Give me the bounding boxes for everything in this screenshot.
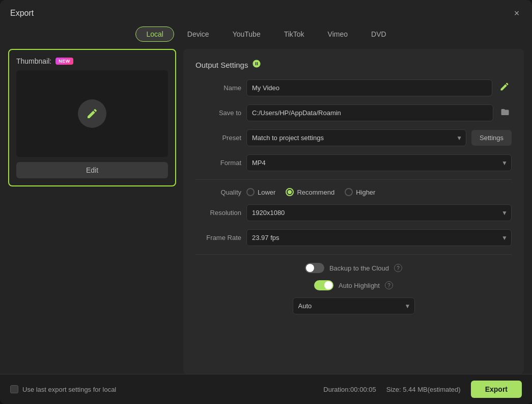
auto-highlight-select-row: Auto ▼ [195, 298, 512, 314]
backup-cloud-label: Backup to the Cloud [329, 264, 389, 272]
recommend-label: Recommend [297, 188, 334, 196]
thumbnail-edit-icon [78, 99, 106, 128]
use-last-settings-label: Use last export settings for local [22, 386, 116, 393]
auto-highlight-toggle[interactable] [314, 280, 333, 290]
save-to-input[interactable] [246, 104, 493, 121]
backup-cloud-help[interactable]: ? [394, 264, 402, 272]
resolution-select[interactable]: 1920x1080 [246, 204, 512, 221]
frame-rate-label: Frame Rate [195, 234, 241, 241]
duration-display: Duration:00:00:05 [323, 386, 376, 393]
tab-bar: Local Device YouTube TikTok Vimeo DVD [0, 23, 532, 49]
name-label: Name [195, 84, 241, 92]
thumbnail-preview [16, 70, 168, 157]
higher-radio-circle [345, 188, 353, 196]
export-dialog: Export × Local Device YouTube TikTok Vim… [0, 0, 532, 404]
title-bar: Export × [0, 0, 532, 23]
output-settings-icon [252, 59, 261, 70]
bottom-bar: Use last export settings for local Durat… [0, 374, 532, 404]
save-to-row: Save to [195, 104, 512, 121]
duration-label: Duration: [323, 386, 350, 393]
tab-tiktok[interactable]: TikTok [274, 27, 315, 41]
auto-highlight-toggle-knob [324, 281, 332, 289]
duration-value: 00:00:05 [350, 386, 376, 393]
lower-label: Lower [258, 188, 275, 196]
thumbnail-box: Thumbnail: NEW Edit [8, 49, 176, 186]
close-button[interactable]: × [512, 8, 522, 18]
tab-vimeo[interactable]: Vimeo [318, 27, 358, 41]
format-row: Format MP4 ▼ [195, 154, 512, 171]
section-title-text: Output Settings [195, 61, 248, 69]
format-select[interactable]: MP4 [246, 154, 512, 171]
frame-rate-row: Frame Rate 23.97 fps ▼ [195, 229, 512, 246]
thumbnail-text: Thumbnail: [16, 57, 51, 65]
bottom-info: Duration:00:00:05 Size: 5.44 MB(estimate… [323, 381, 522, 398]
quality-label: Quality [195, 188, 241, 196]
divider-2 [195, 254, 512, 255]
resolution-row: Resolution 1920x1080 ▼ [195, 204, 512, 221]
quality-recommend[interactable]: Recommend [286, 188, 334, 196]
quality-row: Quality Lower Recommend Higher [195, 188, 512, 196]
name-row: Name [195, 79, 512, 96]
format-label: Format [195, 159, 241, 167]
tab-local[interactable]: Local [135, 26, 174, 42]
backup-cloud-toggle-knob [306, 264, 314, 272]
backup-cloud-toggle[interactable] [305, 263, 324, 273]
use-last-settings-wrap: Use last export settings for local [10, 385, 116, 393]
thumbnail-label: Thumbnail: NEW [16, 57, 168, 65]
format-select-wrap: MP4 ▼ [246, 154, 512, 171]
preset-select-wrap: Match to project settings ▼ [246, 129, 466, 146]
lower-radio-circle [246, 188, 255, 196]
auto-highlight-label: Auto Highlight [339, 282, 380, 289]
preset-label: Preset [195, 134, 241, 142]
left-panel: Thumbnail: NEW Edit [8, 49, 176, 374]
dialog-title: Export [10, 9, 34, 18]
edit-button[interactable]: Edit [16, 162, 168, 178]
use-last-settings-checkbox[interactable] [10, 385, 18, 393]
divider-1 [195, 179, 512, 180]
tab-youtube[interactable]: YouTube [222, 27, 271, 41]
preset-select[interactable]: Match to project settings [246, 129, 466, 146]
quality-options: Lower Recommend Higher [246, 188, 375, 196]
tab-device[interactable]: Device [177, 27, 219, 41]
auto-highlight-select[interactable]: Auto [293, 298, 415, 314]
ai-rename-button[interactable] [497, 80, 512, 95]
section-title: Output Settings [195, 59, 512, 70]
higher-label: Higher [356, 188, 375, 196]
recommend-radio-circle [286, 188, 294, 196]
auto-highlight-help[interactable]: ? [385, 281, 393, 289]
frame-rate-select-wrap: 23.97 fps ▼ [246, 229, 512, 246]
resolution-select-wrap: 1920x1080 ▼ [246, 204, 512, 221]
frame-rate-select[interactable]: 23.97 fps [246, 229, 512, 246]
folder-browse-button[interactable] [498, 106, 512, 120]
quality-lower[interactable]: Lower [246, 188, 275, 196]
name-input[interactable] [246, 79, 492, 96]
right-panel: Output Settings Name Save [183, 49, 524, 374]
new-badge: NEW [55, 58, 73, 65]
export-button[interactable]: Export [471, 381, 522, 398]
auto-highlight-select-wrap: Auto ▼ [293, 298, 415, 314]
settings-button[interactable]: Settings [471, 130, 512, 146]
content-area: Thumbnail: NEW Edit Output Settings [0, 49, 532, 374]
quality-higher[interactable]: Higher [345, 188, 375, 196]
size-display: Size: 5.44 MB(estimated) [386, 386, 461, 393]
save-to-label: Save to [195, 109, 241, 117]
recommend-radio-dot [288, 190, 292, 194]
auto-highlight-row: Auto Highlight ? [195, 280, 512, 290]
tab-dvd[interactable]: DVD [361, 27, 397, 41]
preset-row: Preset Match to project settings ▼ Setti… [195, 129, 512, 146]
resolution-label: Resolution [195, 209, 241, 217]
backup-cloud-row: Backup to the Cloud ? [195, 263, 512, 273]
